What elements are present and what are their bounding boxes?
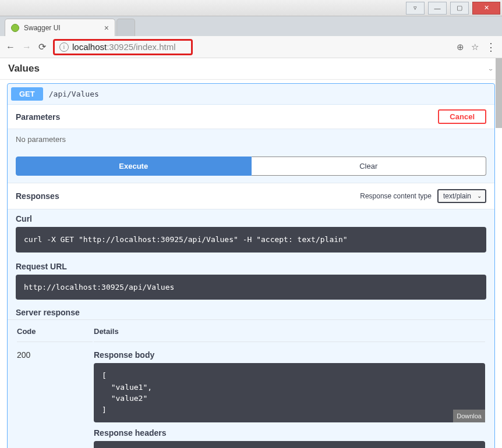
window-titlebar: ▿ — ▢ ✕ <box>0 0 502 16</box>
no-parameters-text: No parameters <box>8 129 494 150</box>
tab-title: Swagger UI <box>24 24 61 32</box>
chevron-down-icon: ⌄ <box>477 193 482 199</box>
user-menu-button[interactable]: ▿ <box>406 2 425 15</box>
tab-strip: Swagger UI × <box>0 16 502 36</box>
response-table: Code Details 200 Response body [ "value1… <box>16 320 486 448</box>
page-content: Values ⌄ GET /api/Values Parameters Canc… <box>0 58 502 448</box>
url-path: :30925/index.html <box>107 42 175 52</box>
chevron-down-icon: ⌄ <box>487 66 494 72</box>
site-info-icon[interactable]: i <box>59 42 69 52</box>
tag-name: Values <box>8 63 40 74</box>
close-window-button[interactable]: ✕ <box>472 2 500 15</box>
download-button[interactable]: Downloa <box>453 410 485 423</box>
details-header: Details <box>94 321 485 342</box>
bookmark-star-icon[interactable]: ☆ <box>471 42 479 52</box>
reload-button[interactable]: ⟳ <box>38 41 46 52</box>
response-body: [ "value1", "value2" ]Downloa <box>94 363 485 422</box>
code-header: Code <box>17 321 93 342</box>
request-url-title: Request URL <box>16 262 486 271</box>
zoom-icon[interactable]: ⊕ <box>457 42 464 52</box>
new-tab-button[interactable] <box>116 19 135 36</box>
maximize-button[interactable]: ▢ <box>450 2 469 15</box>
address-bar[interactable]: i localhost:30925/index.html <box>53 39 193 55</box>
operation-header[interactable]: GET /api/Values <box>8 84 494 105</box>
curl-title: Curl <box>16 214 486 223</box>
tab-close-icon[interactable]: × <box>104 23 109 33</box>
server-response-title: Server response <box>8 304 494 320</box>
curl-command: curl -X GET "http://localhost:30925/api/… <box>16 227 486 253</box>
swagger-favicon <box>11 24 19 32</box>
cancel-button[interactable]: Cancel <box>438 109 486 124</box>
browser-menu-icon[interactable]: ⋮ <box>486 41 496 54</box>
method-badge: GET <box>11 87 43 101</box>
toolbar: ← → ⟳ i localhost:30925/index.html ⊕ ☆ ⋮ <box>0 36 502 58</box>
content-type-label: Response content type <box>360 192 432 200</box>
request-url: http://localhost:30925/api/Values <box>16 275 486 300</box>
responses-title: Responses <box>16 191 59 201</box>
forward-button[interactable]: → <box>22 42 31 52</box>
browser-tab-active[interactable]: Swagger UI × <box>5 19 115 36</box>
content-type-select[interactable]: text/plain ⌄ <box>437 189 486 203</box>
response-headers-title: Response headers <box>94 428 485 438</box>
scrollbar[interactable] <box>496 58 502 128</box>
response-headers: content-type: application/json; charset=… <box>94 441 485 448</box>
execute-button[interactable]: Execute <box>16 157 252 176</box>
tag-header[interactable]: Values ⌄ <box>0 58 502 80</box>
operation-path: /api/Values <box>49 90 99 98</box>
parameters-title: Parameters <box>16 112 60 122</box>
clear-button[interactable]: Clear <box>252 157 487 176</box>
minimize-button[interactable]: — <box>428 2 447 15</box>
content-type-value: text/plain <box>443 192 471 200</box>
back-button[interactable]: ← <box>6 42 15 52</box>
url-host: localhost <box>72 42 107 52</box>
response-code: 200 <box>17 343 93 448</box>
response-body-title: Response body <box>94 350 485 360</box>
operation-block: GET /api/Values Parameters Cancel No par… <box>7 83 495 448</box>
